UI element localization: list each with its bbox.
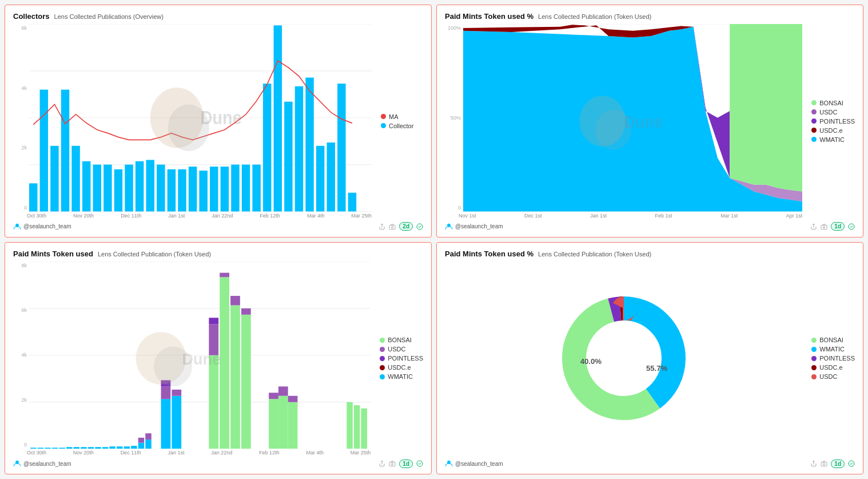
panel-2-header: Paid Mints Token used % Lens Collected P… [445,12,855,21]
svg-rect-68 [52,448,58,449]
legend-label-wmatic-2: WMATIC [819,136,845,143]
svg-rect-6 [40,90,48,212]
panel-2-legend: BONSAI USDC POINTLESS USDC.e WMATIC [802,24,855,219]
panel-1-svg: Dune [29,24,372,212]
legend-dot-wmatic-4 [811,347,817,352]
svg-text:Dune: Dune [200,108,241,129]
share-icon-2[interactable] [810,223,817,230]
panel-2-svg: Dune [463,24,802,212]
panel-2-svg-container: Dune [463,24,802,212]
legend-dot-pointless-2 [811,118,817,124]
share-icon-3[interactable] [379,460,385,467]
panel-2-footer-right: 1d [810,222,855,231]
svg-rect-103 [288,395,298,402]
svg-rect-14 [125,165,133,212]
panel-4-footer-left: @sealaunch_team [445,460,503,468]
svg-rect-84 [161,399,171,449]
camera-icon-4[interactable] [821,460,827,467]
panel-2-chart-area: 100% 50% 0 [445,24,802,212]
svg-rect-94 [230,305,240,449]
legend-label-usdce-3: USDC.e [388,364,411,371]
svg-rect-67 [45,448,50,449]
svg-rect-99 [269,393,278,399]
legend-item-collector: Collector [381,122,423,129]
svg-rect-85 [161,386,171,399]
y3-label-8k: 8k [21,263,27,268]
legend-dot-usdce-3 [380,365,385,370]
user-icon-3 [13,460,21,468]
svg-rect-75 [102,447,108,449]
svg-rect-92 [220,277,229,449]
svg-rect-16 [146,160,154,211]
share-icon[interactable] [379,223,385,230]
legend-dot-collector [381,123,386,128]
svg-rect-24 [231,165,239,212]
panel-1-badge: 2d [399,222,413,231]
panel-token-pct-area: Paid Mints Token used % Lens Collected P… [436,5,863,237]
svg-rect-31 [305,78,313,212]
panel-4-legend: BONSAI WMATIC POINTLESS USDC.e USDC [802,262,855,456]
y2-label-50: 50% [451,115,461,121]
svg-rect-106 [361,408,367,449]
user-icon-2 [445,223,453,231]
panel-4-header: Paid Mints Token used % Lens Collected P… [445,250,855,258]
svg-rect-91 [209,318,218,324]
panel-2-x-labels: Nov 1st Dec 1st Jan 1st Feb 1st Mar 1st … [445,212,802,219]
panel-3-chart-area: 8k 6k 4k 2k 0 [13,262,371,449]
svg-rect-82 [145,440,151,449]
svg-rect-12 [103,165,112,212]
y3-label-0: 0 [24,442,27,448]
camera-icon-3[interactable] [389,460,396,467]
svg-rect-65 [30,448,36,449]
svg-point-42 [392,226,393,228]
legend-item-bonsai-4: BONSAI [811,337,855,343]
user-icon [13,223,21,231]
panel-4-title-main: Paid Mints Token used % [445,250,533,258]
panel-3-body: 8k 6k 4k 2k 0 [13,262,423,456]
svg-rect-69 [59,448,65,449]
panel-2-title-sub: Lens Collected Publication (Token Used) [538,13,651,20]
svg-text:55.7%: 55.7% [646,364,668,373]
legend-item-usdc-2: USDC [811,109,855,116]
svg-rect-66 [38,448,43,449]
camera-icon-2[interactable] [821,223,827,230]
legend-label-wmatic-4: WMATIC [819,346,845,353]
legend-item-usdc-4: USDC [811,373,855,380]
svg-rect-18 [168,169,176,212]
panel-2-footer-left: @sealaunch_team [445,223,503,231]
dashboard: Collectors Lens Collected Publications (… [0,0,868,479]
legend-dot-usdce-2 [811,128,817,133]
svg-rect-22 [210,167,218,211]
legend-label-bonsai-2: BONSAI [819,100,843,106]
svg-rect-35 [348,193,356,212]
svg-rect-96 [241,314,251,449]
legend-label-bonsai-3: BONSAI [388,337,412,343]
share-icon-4[interactable] [810,460,817,467]
svg-rect-74 [95,447,101,449]
svg-rect-95 [230,296,240,305]
svg-rect-73 [88,447,94,449]
svg-rect-21 [199,171,207,211]
svg-rect-41 [389,225,395,229]
legend-dot-bonsai-3 [380,338,385,343]
panel-3-badge: 1d [399,460,413,468]
y3-label-2k: 2k [21,397,27,403]
legend-dot-usdc-3 [380,347,385,352]
panel-3-axis-wrapper: 8k 6k 4k 2k 0 [13,262,371,456]
svg-rect-11 [93,165,101,212]
panel-1-footer-right: 2d [379,222,423,231]
panel-1-body: 6k 4k 2k 0 [13,24,423,219]
panel-3-legend: BONSAI USDC POINTLESS USDC.e WMATIC [371,262,423,456]
panel-1-axis-wrapper: 6k 4k 2k 0 [13,24,372,219]
panel-2-axis-wrapper: 100% 50% 0 [445,24,802,219]
svg-rect-25 [242,165,250,212]
legend-dot-wmatic-2 [811,137,817,142]
panel-4-body: Dune [445,262,855,456]
svg-rect-77 [117,446,122,449]
legend-dot-pointless-4 [811,356,817,361]
legend-dot-usdc-2 [811,109,817,114]
camera-icon[interactable] [389,223,396,230]
legend-label-wmatic-3: WMATIC [388,373,413,380]
legend-dot-usdc-4 [811,374,817,379]
svg-rect-5 [29,183,37,211]
